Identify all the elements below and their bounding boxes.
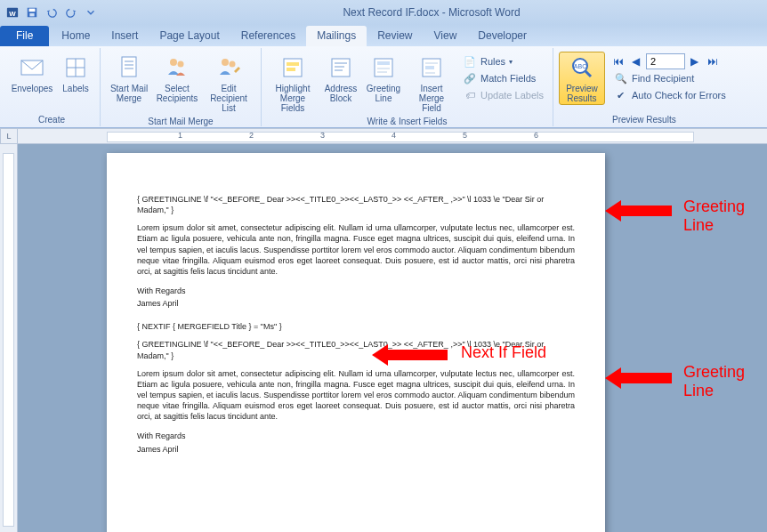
svg-rect-18 (287, 62, 299, 66)
match-fields-button[interactable]: 🔗Match Fields (459, 70, 547, 86)
first-record-button[interactable]: ⏮ (610, 53, 626, 69)
title-bar: W Next Record IF.docx - Microsoft Word (0, 0, 767, 25)
labels-button[interactable]: Labels (57, 52, 94, 95)
regards-1[interactable]: With Regards (137, 286, 575, 296)
people-icon (163, 53, 191, 82)
svg-rect-4 (29, 13, 34, 17)
tab-developer[interactable]: Developer (467, 26, 537, 46)
greeting-icon (369, 53, 398, 82)
start-mail-merge-button[interactable]: Start Mail Merge (106, 52, 152, 105)
insert-field-icon (417, 53, 446, 82)
auto-check-button[interactable]: ✔Auto Check for Errors (610, 87, 730, 103)
signature-2[interactable]: James April (137, 444, 575, 455)
rules-icon: 📄 (463, 54, 477, 69)
next-record-button[interactable]: ▶ (687, 53, 703, 69)
preview-results-button[interactable]: ABC Preview Results (559, 52, 605, 105)
group-write-insert: Highlight Merge Fields Address Block Gre… (262, 48, 553, 126)
svg-text:ABC: ABC (574, 63, 586, 69)
body-paragraph-1[interactable]: Lorem ipsum dolor sit amet, consectetur … (137, 222, 575, 277)
address-icon (327, 53, 355, 82)
document-icon (115, 53, 143, 82)
tab-home[interactable]: Home (51, 26, 101, 46)
labels-icon (61, 53, 90, 82)
vertical-ruler[interactable] (0, 144, 18, 532)
address-block-button[interactable]: Address Block (320, 52, 361, 105)
greeting-line-button[interactable]: Greeting Line (363, 52, 404, 105)
select-recipients-button[interactable]: Select Recipients (154, 52, 200, 105)
ribbon: Envelopes Labels Create Start Mail Merge… (0, 46, 767, 128)
ribbon-tabs: File Home Insert Page Layout References … (0, 25, 767, 46)
edit-recipient-list-button[interactable]: Edit Recipient List (202, 52, 255, 115)
tab-page-layout[interactable]: Page Layout (149, 26, 230, 46)
check-icon: ✔ (614, 88, 628, 102)
prev-record-button[interactable]: ◀ (628, 53, 644, 69)
find-recipient-button[interactable]: 🔍Find Recipient (610, 70, 730, 86)
highlight-icon (279, 53, 307, 82)
redo-icon[interactable] (62, 4, 80, 21)
horizontal-ruler[interactable]: 1 2 3 4 5 6 (18, 128, 767, 144)
tab-file[interactable]: File (0, 26, 49, 46)
record-nav: ⏮ ◀ ▶ ⏭ (610, 53, 730, 69)
greeting-line-field-1[interactable]: { GREETINGLINE \f "<<_BEFORE_ Dear >><<_… (137, 194, 575, 215)
highlight-merge-fields-button[interactable]: Highlight Merge Fields (267, 52, 319, 115)
insert-merge-field-button[interactable]: Insert Merge Field (406, 52, 457, 115)
svg-point-14 (178, 61, 184, 68)
ruler-corner[interactable]: L (0, 128, 18, 144)
svg-rect-19 (287, 68, 295, 71)
envelope-icon (18, 53, 46, 82)
tab-insert[interactable]: Insert (101, 26, 149, 46)
svg-point-16 (230, 61, 236, 68)
tab-mailings[interactable]: Mailings (306, 26, 367, 46)
greeting-line-field-2[interactable]: { GREETINGLINE \f "<<_BEFORE_ Dear >><<_… (137, 339, 575, 360)
tab-view[interactable]: View (424, 26, 468, 46)
group-preview-results: ABC Preview Results ⏮ ◀ ▶ ⏭ 🔍Find Recipi… (553, 48, 735, 126)
match-icon: 🔗 (463, 71, 477, 85)
group-start-mail-merge: Start Mail Merge Select Recipients Edit … (101, 48, 262, 126)
svg-point-13 (170, 59, 177, 66)
body-paragraph-2[interactable]: Lorem ipsum dolor sit amet, consectetur … (137, 368, 575, 423)
find-icon: 🔍 (614, 71, 628, 85)
update-icon: 🏷 (463, 88, 477, 102)
svg-rect-30 (425, 66, 434, 69)
last-record-button[interactable]: ⏭ (705, 53, 721, 69)
edit-list-icon (214, 53, 243, 82)
page[interactable]: { GREETINGLINE \f "<<_BEFORE_ Dear >><<_… (107, 153, 605, 532)
tab-review[interactable]: Review (367, 26, 423, 46)
window-title: Next Record IF.docx - Microsoft Word (100, 6, 763, 19)
signature-1[interactable]: James April (137, 298, 575, 309)
nextif-field[interactable]: { NEXTIF { MERGEFIELD Title } = "Ms" } (137, 321, 575, 332)
svg-point-15 (222, 59, 229, 66)
undo-icon[interactable] (43, 4, 61, 21)
qat-customize-icon[interactable] (82, 4, 100, 21)
svg-line-33 (585, 71, 591, 77)
record-number-input[interactable] (646, 53, 685, 69)
magnifier-icon: ABC (568, 53, 596, 82)
word-icon[interactable]: W (4, 4, 21, 21)
save-icon[interactable] (23, 4, 41, 21)
svg-rect-25 (377, 61, 390, 65)
group-create: Envelopes Labels Create (4, 48, 101, 126)
update-labels-button: 🏷Update Labels (459, 87, 547, 103)
quick-access-toolbar: W (4, 4, 100, 21)
envelopes-button[interactable]: Envelopes (9, 52, 55, 95)
regards-2[interactable]: With Regards (137, 431, 575, 441)
rules-button[interactable]: 📄Rules ▾ (459, 53, 547, 69)
svg-rect-20 (332, 59, 350, 77)
svg-text:W: W (9, 10, 16, 18)
document-area[interactable]: { GREETINGLINE \f "<<_BEFORE_ Dear >><<_… (18, 144, 767, 532)
tab-references[interactable]: References (230, 26, 306, 46)
svg-rect-9 (122, 57, 136, 77)
svg-rect-3 (29, 9, 36, 12)
